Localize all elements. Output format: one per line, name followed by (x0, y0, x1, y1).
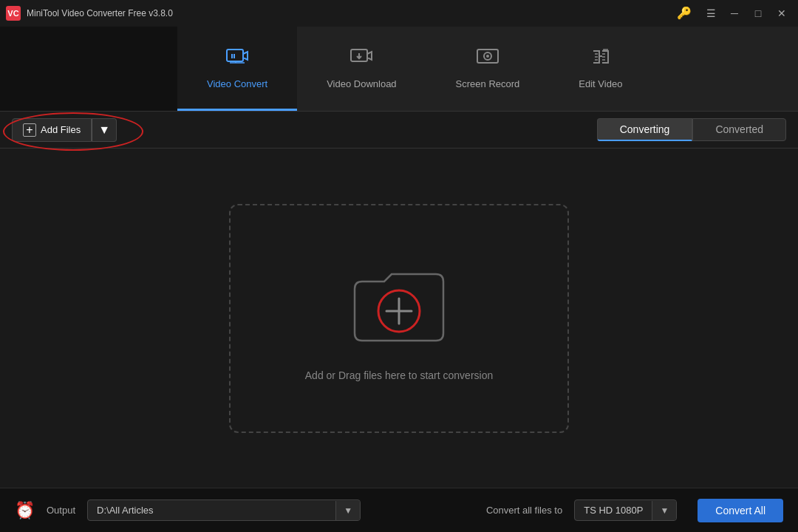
output-label: Output (47, 505, 75, 516)
svg-point-4 (486, 55, 489, 58)
app-title: MiniTool Video Converter Free v3.8.0 (27, 8, 173, 18)
screen-record-icon (476, 47, 499, 72)
add-files-button[interactable]: + Add Files (12, 118, 92, 142)
tab-video-download-label: Video Download (327, 78, 396, 89)
nav-spacer (0, 27, 177, 111)
folder-icon (340, 256, 458, 352)
clock-icon: ⏰ (15, 501, 35, 520)
toolbar: + Add Files ▼ Converting Converted (0, 112, 798, 149)
tab-edit-video[interactable]: Edit Video (549, 27, 652, 111)
output-path-wrapper: D:\All Articles ▼ (87, 499, 361, 521)
edit-video-icon (589, 47, 613, 72)
tab-video-convert[interactable]: Video Convert (177, 27, 297, 111)
main-content: Add or Drag files here to start conversi… (0, 149, 798, 488)
format-select-wrapper: TS HD 1080P ▼ (574, 499, 677, 521)
plus-icon: + (23, 123, 36, 137)
close-button[interactable]: ✕ (771, 6, 792, 21)
maximize-button[interactable]: □ (748, 6, 768, 21)
converting-tab[interactable]: Converting (597, 118, 693, 141)
app-icon: VC (6, 6, 21, 21)
key-icon: 🔑 (677, 6, 692, 21)
minimize-button[interactable]: ─ (724, 6, 745, 21)
dropdown-arrow-icon: ▼ (98, 123, 110, 137)
nav-bar: Video Convert Video Download Screen Reco… (0, 27, 798, 112)
convert-all-files-label: Convert all files to (486, 505, 562, 516)
output-path-value: D:\All Articles (88, 500, 335, 520)
drop-zone[interactable]: Add or Drag files here to start conversi… (229, 204, 569, 433)
output-path-dropdown[interactable]: ▼ (335, 501, 360, 520)
format-value: TS HD 1080P (575, 500, 652, 520)
tab-screen-record[interactable]: Screen Record (426, 27, 550, 111)
video-download-icon (349, 47, 373, 72)
title-bar-left: VC MiniTool Video Converter Free v3.8.0 (6, 6, 173, 21)
title-bar: VC MiniTool Video Converter Free v3.8.0 … (0, 0, 798, 27)
converted-tab[interactable]: Converted (692, 118, 786, 141)
title-bar-controls: 🔑 ☰ ─ □ ✕ (677, 6, 792, 21)
add-files-label: Add Files (41, 124, 81, 135)
tab-video-convert-label: Video Convert (207, 78, 267, 89)
menu-button[interactable]: ☰ (700, 6, 721, 21)
tab-edit-video-label: Edit Video (579, 78, 622, 89)
add-files-wrapper: + Add Files ▼ (12, 118, 117, 142)
add-files-dropdown-button[interactable]: ▼ (92, 118, 117, 142)
drop-zone-text: Add or Drag files here to start conversi… (305, 369, 493, 381)
convert-all-button[interactable]: Convert All (698, 499, 783, 522)
sub-tab-group: Converting Converted (597, 118, 786, 141)
video-convert-icon (225, 47, 249, 72)
tab-video-download[interactable]: Video Download (297, 27, 426, 111)
bottom-bar: ⏰ Output D:\All Articles ▼ Convert all f… (0, 488, 798, 532)
format-dropdown-arrow[interactable]: ▼ (652, 501, 676, 520)
tab-screen-record-label: Screen Record (456, 78, 520, 89)
